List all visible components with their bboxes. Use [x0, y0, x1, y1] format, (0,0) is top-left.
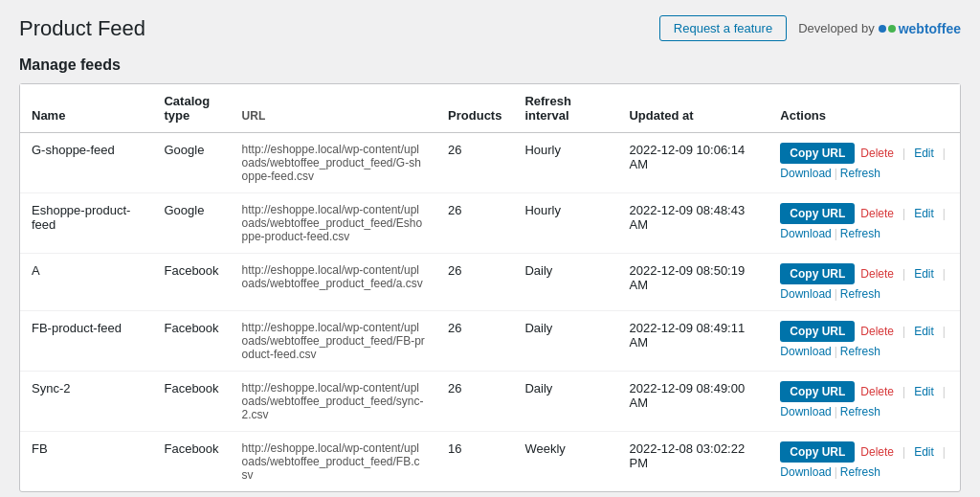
sep1-1: | [902, 207, 905, 220]
download-link-1[interactable]: Download [780, 227, 831, 240]
header-right: Request a feature Developed by webtoffee [659, 15, 961, 41]
cell-refresh-0: Hourly [513, 133, 617, 193]
edit-link-1[interactable]: Edit [914, 207, 934, 220]
col-header-products: Products [436, 84, 513, 133]
cell-refresh-1: Hourly [513, 193, 617, 254]
cell-name-5: FB [20, 432, 152, 492]
logo-dot-green [888, 25, 896, 33]
cell-name-3: FB-product-feed [20, 311, 152, 372]
copy-url-button-2[interactable]: Copy URL [780, 263, 855, 284]
sep1-0: | [902, 147, 905, 160]
page-title: Product Feed [19, 16, 145, 41]
actions-bottom-4: Download | Refresh [780, 405, 948, 418]
actions-cell-4: Copy URL Delete | Edit | Download | Refr… [780, 381, 948, 418]
sep3-4: | [835, 405, 837, 418]
delete-link-5[interactable]: Delete [860, 445, 894, 459]
cell-catalog-4: Facebook [152, 372, 230, 432]
delete-link-3[interactable]: Delete [860, 325, 894, 338]
delete-link-0[interactable]: Delete [860, 147, 894, 160]
sep3-2: | [835, 287, 837, 301]
feeds-table: Name Catalogtype URL Products Refresh in… [20, 84, 960, 491]
sep2-3: | [943, 325, 946, 338]
download-link-5[interactable]: Download [780, 465, 831, 479]
cell-refresh-3: Daily [513, 311, 617, 372]
actions-top-3: Copy URL Delete | Edit | [780, 321, 948, 342]
table-row: Eshoppe-product-feed Google http://eshop… [20, 193, 960, 254]
cell-name-4: Sync-2 [20, 372, 152, 432]
developed-by: Developed by webtoffee [798, 21, 961, 36]
col-header-actions: Actions [768, 84, 960, 133]
developed-by-label: Developed by [798, 21, 875, 35]
actions-top-5: Copy URL Delete | Edit | [780, 441, 948, 463]
refresh-link-3[interactable]: Refresh [840, 345, 880, 358]
cell-name-0: G-shoppe-feed [20, 133, 152, 193]
sep3-1: | [835, 227, 837, 240]
edit-link-2[interactable]: Edit [914, 267, 934, 281]
cell-catalog-2: Facebook [152, 254, 230, 311]
actions-bottom-3: Download | Refresh [780, 345, 948, 358]
actions-cell-1: Copy URL Delete | Edit | Download | Refr… [780, 203, 948, 240]
sep2-2: | [943, 267, 946, 281]
edit-link-3[interactable]: Edit [914, 325, 934, 338]
sep3-5: | [835, 465, 837, 479]
actions-bottom-2: Download | Refresh [780, 287, 948, 301]
cell-actions-0: Copy URL Delete | Edit | Download | Refr… [768, 133, 960, 193]
cell-products-2: 26 [436, 254, 513, 311]
delete-link-4[interactable]: Delete [860, 385, 894, 398]
cell-url-1: http://eshoppe.local/wp-content/uploads/… [231, 193, 437, 254]
refresh-link-4[interactable]: Refresh [840, 405, 880, 418]
sep2-0: | [943, 147, 946, 160]
cell-catalog-0: Google [152, 133, 230, 193]
table-row: Sync-2 Facebook http://eshoppe.local/wp-… [20, 372, 960, 432]
download-link-0[interactable]: Download [780, 167, 831, 180]
copy-url-button-3[interactable]: Copy URL [780, 321, 855, 342]
edit-link-0[interactable]: Edit [914, 147, 934, 160]
download-link-4[interactable]: Download [780, 405, 831, 418]
actions-top-1: Copy URL Delete | Edit | [780, 203, 948, 224]
sep2-5: | [943, 445, 946, 459]
cell-catalog-5: Facebook [152, 432, 230, 492]
cell-products-5: 16 [436, 432, 513, 492]
cell-products-3: 26 [436, 311, 513, 372]
actions-cell-0: Copy URL Delete | Edit | Download | Refr… [780, 143, 948, 180]
table-row: G-shoppe-feed Google http://eshoppe.loca… [20, 133, 960, 193]
refresh-link-0[interactable]: Refresh [840, 167, 880, 180]
sep2-1: | [943, 207, 946, 220]
table-row: FB Facebook http://eshoppe.local/wp-cont… [20, 432, 960, 492]
logo-dot-blue [879, 25, 886, 33]
copy-url-button-5[interactable]: Copy URL [780, 441, 855, 463]
col-header-refresh-interval: Refresh interval [513, 84, 617, 133]
edit-link-4[interactable]: Edit [914, 385, 934, 398]
sep3-3: | [835, 345, 837, 358]
edit-link-5[interactable]: Edit [914, 445, 934, 459]
cell-products-1: 26 [436, 193, 513, 254]
delete-link-1[interactable]: Delete [860, 207, 894, 220]
sep1-4: | [902, 385, 905, 398]
cell-url-5: http://eshoppe.local/wp-content/uploads/… [231, 432, 437, 492]
col-header-updated-at: Updated at [617, 84, 768, 133]
cell-actions-1: Copy URL Delete | Edit | Download | Refr… [768, 193, 960, 254]
col-header-url: URL [231, 84, 437, 133]
refresh-link-5[interactable]: Refresh [840, 465, 880, 479]
refresh-link-2[interactable]: Refresh [840, 287, 880, 301]
cell-products-4: 26 [436, 372, 513, 432]
request-feature-button[interactable]: Request a feature [659, 15, 787, 41]
feeds-table-container: Name Catalogtype URL Products Refresh in… [19, 83, 961, 492]
cell-updated-3: 2022-12-09 08:49:11 AM [617, 311, 768, 372]
copy-url-button-4[interactable]: Copy URL [780, 381, 855, 402]
refresh-link-1[interactable]: Refresh [840, 227, 880, 240]
cell-actions-2: Copy URL Delete | Edit | Download | Refr… [768, 254, 960, 311]
cell-name-2: A [20, 254, 152, 311]
download-link-3[interactable]: Download [780, 345, 831, 358]
table-header-row: Name Catalogtype URL Products Refresh in… [20, 84, 960, 133]
copy-url-button-1[interactable]: Copy URL [780, 203, 855, 224]
cell-updated-2: 2022-12-09 08:50:19 AM [617, 254, 768, 311]
cell-url-3: http://eshoppe.local/wp-content/uploads/… [231, 311, 437, 372]
copy-url-button-0[interactable]: Copy URL [780, 143, 855, 164]
sep1-2: | [902, 267, 905, 281]
delete-link-2[interactable]: Delete [860, 267, 894, 281]
brand-name: webtoffee [899, 21, 961, 36]
actions-bottom-5: Download | Refresh [780, 465, 948, 479]
download-link-2[interactable]: Download [780, 287, 831, 301]
sep3-0: | [835, 167, 837, 180]
